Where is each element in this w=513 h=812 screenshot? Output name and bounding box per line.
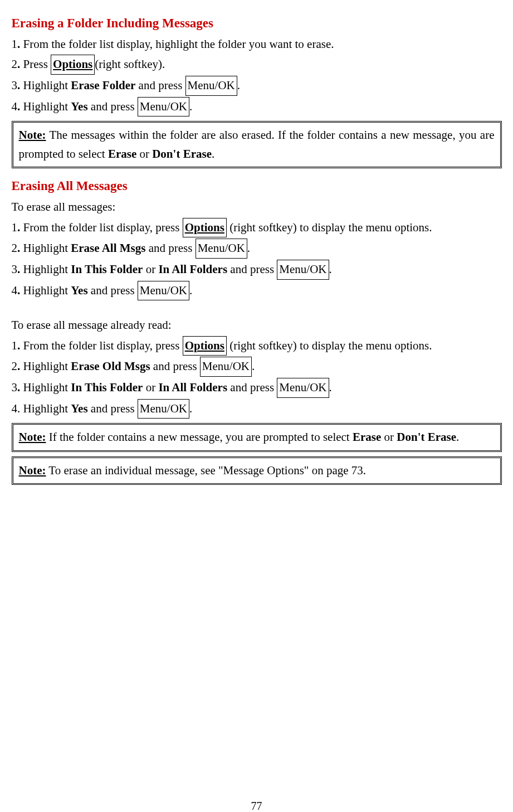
- step-text: .: [252, 359, 255, 373]
- bold-term: Erase Folder: [71, 79, 135, 92]
- step-num: 1: [12, 221, 18, 234]
- step-text: Highlight: [23, 262, 71, 276]
- step-text: .: [247, 241, 250, 255]
- step-text: and press: [150, 359, 200, 373]
- bold-term: Yes: [71, 100, 87, 113]
- menu-ok-key: Menu/OK: [138, 281, 189, 301]
- step-text: or: [143, 262, 158, 276]
- spacer: [12, 302, 502, 315]
- step-text: Highlight: [23, 359, 71, 373]
- note-text: .: [456, 430, 459, 444]
- menu-ok-key: Menu/OK: [277, 260, 329, 280]
- bold-term: In This Folder: [71, 381, 143, 394]
- step-num: 4: [12, 402, 18, 415]
- step-text: .: [237, 79, 240, 92]
- step-num: 2: [12, 57, 18, 71]
- steps-list-2: 1. From the folder list display, press O…: [12, 218, 502, 300]
- step-text: Highlight: [23, 100, 71, 113]
- menu-ok-key: Menu/OK: [138, 97, 189, 117]
- note-text: or: [381, 430, 397, 444]
- step-text: (right softkey) to display the menu opti…: [227, 221, 432, 234]
- step-text: and press: [227, 381, 277, 394]
- step-num: 1: [12, 37, 18, 51]
- step-2-4: 4. Highlight Yes and press Menu/OK.: [12, 281, 502, 301]
- step-3-2: 2. Highlight Erase Old Msgs and press Me…: [12, 357, 502, 377]
- step-text: and press: [227, 262, 277, 276]
- bold-term: Yes: [71, 402, 87, 415]
- step-text: and press: [88, 100, 138, 113]
- note-box-3: Note: To erase an individual message, se…: [12, 456, 502, 485]
- note-box-2: Note: If the folder contains a new messa…: [12, 423, 502, 452]
- step-text: and press: [145, 241, 195, 255]
- step-3-1: 1. From the folder list display, press O…: [12, 336, 502, 356]
- step-num: 1: [12, 339, 18, 352]
- options-key: Options: [51, 55, 95, 75]
- menu-ok-key: Menu/OK: [185, 76, 237, 96]
- step-text: From the folder list display, highlight …: [23, 37, 334, 51]
- options-key: Options: [183, 336, 227, 356]
- menu-ok-key: Menu/OK: [277, 378, 329, 398]
- step-text: and press: [135, 79, 185, 92]
- section-title-1: Erasing a Folder Including Messages: [12, 13, 502, 34]
- step-text: Highlight: [23, 381, 71, 394]
- intro-2: To erase all message already read:: [12, 316, 502, 335]
- bold-term: Don't Erase: [152, 147, 212, 161]
- step-text: and press: [88, 284, 138, 297]
- note-text: If the folder contains a new message, yo…: [46, 430, 352, 444]
- step-3-4: 4. Highlight Yes and press Menu/OK.: [12, 399, 502, 419]
- step-text: Press: [23, 57, 51, 71]
- page-number: 77: [12, 797, 502, 812]
- step-3-3: 3. Highlight In This Folder or In All Fo…: [12, 378, 502, 398]
- step-text: Highlight: [23, 79, 71, 92]
- note-text: or: [136, 147, 152, 161]
- note-label: Note:: [19, 430, 46, 444]
- step-2-2: 2. Highlight Erase All Msgs and press Me…: [12, 239, 502, 259]
- bold-term: Erase: [108, 147, 136, 161]
- step-num: 2: [12, 241, 18, 255]
- step-text: or: [143, 381, 158, 394]
- bold-term: Yes: [71, 284, 87, 297]
- intro-1: To erase all messages:: [12, 198, 502, 217]
- step-1-4: 4. Highlight Yes and press Menu/OK.: [12, 97, 502, 117]
- step-text: From the folder list display, press: [23, 339, 183, 352]
- bold-term: Erase All Msgs: [71, 241, 145, 255]
- steps-list-3: 1. From the folder list display, press O…: [12, 336, 502, 419]
- step-1-2: 2. Press Options(right softkey).: [12, 55, 502, 75]
- menu-ok-key: Menu/OK: [196, 239, 247, 259]
- step-1-3: 3. Highlight Erase Folder and press Menu…: [12, 76, 502, 96]
- bold-term: In All Folders: [158, 381, 227, 394]
- step-text: .: [329, 262, 332, 276]
- note-box-1: Note: The messages within the folder are…: [12, 121, 502, 168]
- menu-ok-key: Menu/OK: [200, 357, 252, 377]
- bold-term: Erase Old Msgs: [71, 359, 150, 373]
- note-text: The messages within the folder are also …: [19, 128, 495, 161]
- step-text: .: [189, 402, 192, 415]
- bold-term: In All Folders: [158, 262, 227, 276]
- step-text: (right softkey) to display the menu opti…: [227, 339, 432, 352]
- menu-ok-key: Menu/OK: [138, 399, 189, 419]
- step-text: .: [189, 100, 192, 113]
- step-num: 3: [12, 79, 18, 92]
- step-text: and press: [88, 402, 138, 415]
- note-text: To erase an individual message, see "Mes…: [46, 464, 366, 477]
- bold-term: In This Folder: [71, 262, 143, 276]
- step-text: Highlight: [23, 402, 71, 415]
- note-text: .: [212, 147, 214, 161]
- step-num: 4: [12, 100, 18, 113]
- step-2-3: 3. Highlight In This Folder or In All Fo…: [12, 260, 502, 280]
- step-text: Highlight: [23, 241, 71, 255]
- section-title-2: Erasing All Messages: [12, 176, 502, 197]
- step-text: .: [329, 381, 332, 394]
- bold-term: Erase: [353, 430, 381, 444]
- note-label: Note:: [19, 128, 46, 142]
- step-num: 3: [12, 381, 18, 394]
- step-text: (right softkey).: [95, 57, 165, 71]
- step-text: Highlight: [23, 284, 71, 297]
- step-num: 4: [12, 284, 18, 297]
- step-text: From the folder list display, press: [23, 221, 183, 234]
- steps-list-1: 1. From the folder list display, highlig…: [12, 35, 502, 116]
- options-key: Options: [183, 218, 227, 238]
- step-1-1: 1. From the folder list display, highlig…: [12, 35, 502, 54]
- step-num: 2: [12, 359, 18, 373]
- note-label: Note:: [19, 464, 46, 477]
